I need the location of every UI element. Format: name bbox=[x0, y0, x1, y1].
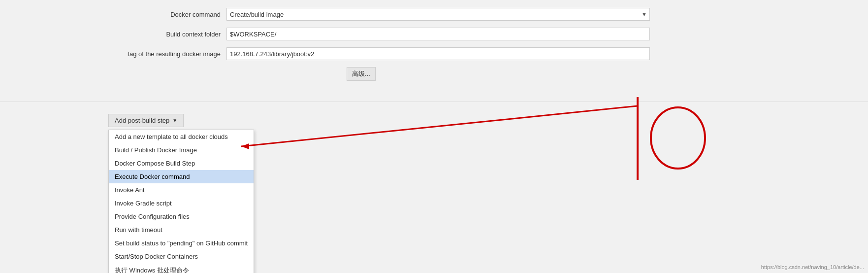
tag-row: Tag of the resulting docker image bbox=[108, 47, 868, 60]
menu-item-invoke-gradle[interactable]: Invoke Gradle script bbox=[109, 197, 254, 210]
form-section: Docker command Create/build image ▼ Buil… bbox=[108, 0, 868, 96]
add-post-build-label: Add post-build step bbox=[115, 117, 169, 124]
dropdown-arrow-icon: ▼ bbox=[172, 118, 177, 123]
advanced-button[interactable]: 高级... bbox=[347, 67, 376, 81]
build-context-label: Build context folder bbox=[118, 31, 226, 38]
tag-input[interactable] bbox=[226, 47, 650, 60]
section-divider bbox=[0, 102, 868, 102]
docker-command-label: Docker command bbox=[118, 11, 226, 18]
tag-label: Tag of the resulting docker image bbox=[118, 50, 226, 58]
menu-item-build-publish[interactable]: Build / Publish Docker Image bbox=[109, 143, 254, 157]
build-context-row: Build context folder bbox=[108, 28, 868, 40]
menu-item-invoke-ant[interactable]: Invoke Ant bbox=[109, 183, 254, 197]
docker-command-select[interactable]: Create/build image bbox=[226, 8, 650, 21]
menu-item-set-build-status[interactable]: Set build status to "pending" on GitHub … bbox=[109, 237, 254, 250]
build-context-input[interactable] bbox=[226, 28, 650, 40]
docker-command-row: Docker command Create/build image ▼ bbox=[108, 8, 868, 21]
page-wrapper: Docker command Create/build image ▼ Buil… bbox=[0, 0, 868, 273]
menu-item-execute-docker[interactable]: Execute Docker command bbox=[109, 170, 254, 183]
menu-item-exec-windows[interactable]: 执行 Windows 批处理命令 bbox=[109, 263, 254, 273]
docker-command-select-wrapper: Create/build image ▼ bbox=[226, 8, 650, 21]
menu-item-docker-compose[interactable]: Docker Compose Build Step bbox=[109, 157, 254, 170]
menu-item-add-template[interactable]: Add a new template to all docker clouds bbox=[109, 130, 254, 143]
watermark: https://blog.csdn.net/naving_10/article/… bbox=[761, 264, 864, 270]
post-build-dropdown-menu: Add a new template to all docker cloudsB… bbox=[108, 130, 254, 273]
menu-item-start-stop[interactable]: Start/Stop Docker Containers bbox=[109, 250, 254, 263]
menu-item-run-timeout[interactable]: Run with timeout bbox=[109, 223, 254, 237]
add-post-build-button[interactable]: Add post-build step ▼ bbox=[108, 114, 184, 127]
post-build-section: Add post-build step ▼ Add a new template… bbox=[0, 108, 868, 127]
menu-item-provide-config[interactable]: Provide Configuration files bbox=[109, 210, 254, 223]
